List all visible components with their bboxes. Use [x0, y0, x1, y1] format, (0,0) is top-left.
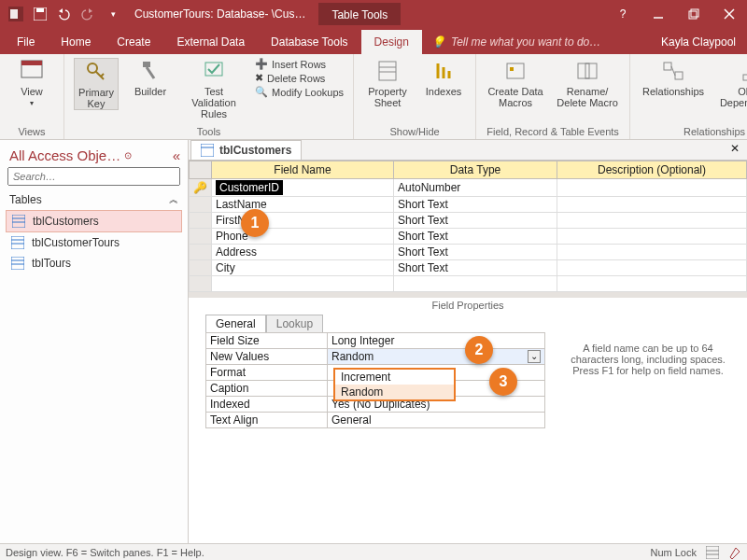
svg-rect-14 — [143, 62, 150, 67]
undo-icon[interactable] — [56, 6, 73, 22]
callout-2: 2 — [465, 336, 493, 364]
dependencies-icon — [740, 58, 747, 84]
tab-lookup[interactable]: Lookup — [266, 315, 323, 332]
nav-item-label: tblCustomers — [33, 215, 99, 228]
primary-key-icon: 🔑 — [193, 181, 207, 194]
object-dependencies-button[interactable]: Object Dependencies — [716, 58, 747, 108]
prop-field-size[interactable]: Long Integer — [328, 333, 545, 349]
user-name[interactable]: Kayla Claypool — [650, 30, 747, 54]
view-button[interactable]: View ▾ — [9, 58, 54, 107]
design-grid[interactable]: Field Name Data Type Description (Option… — [189, 161, 747, 292]
group-label-tools: Tools — [197, 124, 221, 137]
data-type-cell[interactable]: AutoNumber — [394, 179, 557, 197]
svg-rect-10 — [21, 61, 42, 65]
dropdown-option[interactable]: Increment — [335, 370, 454, 385]
rename-delete-macro-button[interactable]: Rename/ Delete Macro — [555, 58, 620, 108]
object-tab[interactable]: tblCustomers — [190, 140, 302, 160]
nav-item-tbltours[interactable]: tblTours — [6, 253, 182, 273]
group-label-showhide: Show/Hide — [389, 124, 439, 137]
property-tip: A field name can be up to 64 characters … — [555, 315, 741, 428]
save-icon[interactable] — [32, 6, 49, 22]
relationships-icon — [660, 58, 686, 84]
nav-search-input[interactable] — [7, 167, 180, 186]
close-icon[interactable] — [721, 6, 738, 22]
svg-rect-22 — [578, 63, 589, 78]
nav-item-label: tblTours — [32, 257, 71, 270]
indexes-button[interactable]: Indexes — [421, 58, 466, 97]
field-row[interactable]: LastNameShort Text — [190, 197, 747, 213]
field-row[interactable]: FirstNameShort Text — [190, 213, 747, 229]
property-sheet-button[interactable]: Property Sheet — [363, 58, 412, 108]
property-sheet-icon — [374, 58, 401, 84]
insert-rows-button[interactable]: ➕Insert Rows — [255, 58, 344, 70]
field-row[interactable]: 🔑 CustomerID AutoNumber — [190, 179, 747, 197]
group-label-fre: Field, Record & Table Events — [486, 124, 619, 137]
col-data-type[interactable]: Data Type — [394, 161, 557, 179]
nav-collapse-icon[interactable]: « — [173, 147, 180, 163]
svg-rect-25 — [675, 72, 683, 79]
test-validation-button[interactable]: Test Validation Rules — [182, 58, 246, 119]
prop-new-values[interactable]: Random⌄ — [328, 349, 545, 365]
field-name-cell[interactable]: CustomerID — [216, 180, 283, 195]
field-row[interactable]: PhoneShort Text — [190, 229, 747, 245]
bulb-icon: 💡 — [431, 35, 445, 49]
primary-key-button[interactable]: Primary Key — [74, 58, 119, 110]
restore-icon[interactable] — [685, 6, 702, 22]
svg-rect-6 — [691, 9, 698, 17]
svg-rect-21 — [510, 67, 514, 71]
help-icon[interactable]: ? — [614, 6, 631, 22]
dropdown-arrow-icon[interactable]: ⌄ — [528, 350, 541, 363]
collapse-group-icon[interactable]: ︽ — [169, 193, 178, 206]
group-label-rel: Relationships — [684, 124, 745, 137]
svg-line-26 — [671, 66, 675, 76]
tab-external-data[interactable]: External Data — [163, 30, 258, 54]
col-field-name[interactable]: Field Name — [212, 161, 394, 179]
col-description[interactable]: Description (Optional) — [557, 161, 747, 179]
tab-design[interactable]: Design — [361, 30, 422, 54]
modify-lookups-button[interactable]: 🔍Modify Lookups — [255, 86, 344, 98]
nav-group-tables[interactable]: Tables ︽ — [0, 191, 188, 210]
field-row[interactable]: AddressShort Text — [190, 245, 747, 260]
numlock-indicator: Num Lock — [650, 547, 697, 558]
svg-rect-5 — [689, 11, 697, 19]
tab-database-tools[interactable]: Database Tools — [258, 30, 361, 54]
close-object-icon[interactable]: ✕ — [723, 140, 747, 160]
redo-icon[interactable] — [80, 6, 97, 22]
nav-item-tblcustomertours[interactable]: tblCustomerTours — [6, 232, 182, 253]
field-row[interactable]: CityShort Text — [190, 260, 747, 276]
design-view-icon[interactable] — [728, 546, 741, 559]
new-values-dropdown[interactable]: Increment Random — [333, 368, 456, 401]
svg-line-15 — [147, 67, 154, 78]
table-icon — [12, 215, 25, 228]
table-icon — [201, 144, 214, 157]
field-row[interactable] — [190, 276, 747, 292]
svg-rect-1 — [10, 9, 18, 19]
datasheet-view-icon[interactable] — [706, 546, 719, 559]
builder-button[interactable]: Builder — [128, 58, 173, 97]
tab-home[interactable]: Home — [48, 30, 104, 54]
svg-rect-23 — [585, 63, 597, 78]
svg-rect-24 — [664, 63, 671, 70]
callout-3: 3 — [489, 368, 517, 396]
delete-rows-button[interactable]: ✖Delete Rows — [255, 72, 344, 84]
qat-customize-icon[interactable]: ▾ — [105, 6, 121, 22]
status-bar: Design view. F6 = Switch panes. F1 = Hel… — [0, 543, 747, 560]
tab-file[interactable]: File — [4, 30, 48, 54]
tell-me-search[interactable]: 💡 Tell me what you want to do… — [422, 30, 610, 54]
svg-line-13 — [101, 74, 104, 77]
svg-rect-41 — [706, 546, 719, 559]
svg-rect-16 — [205, 63, 222, 76]
tab-general[interactable]: General — [205, 315, 266, 332]
tab-create[interactable]: Create — [104, 30, 163, 54]
table-icon — [11, 257, 24, 270]
prop-text-align[interactable]: General — [328, 413, 545, 428]
minimize-icon[interactable] — [650, 6, 667, 22]
svg-rect-3 — [36, 8, 44, 12]
nav-header[interactable]: All Access Obje… — [9, 147, 120, 163]
group-label-views: Views — [18, 124, 45, 137]
create-data-macros-button[interactable]: Create Data Macros — [486, 58, 545, 108]
nav-item-tblcustomers[interactable]: tblCustomers — [6, 210, 182, 232]
relationships-button[interactable]: Relationships — [640, 58, 707, 97]
nav-dropdown-icon[interactable]: ⊙ — [124, 150, 132, 161]
dropdown-option[interactable]: Random — [335, 385, 454, 399]
